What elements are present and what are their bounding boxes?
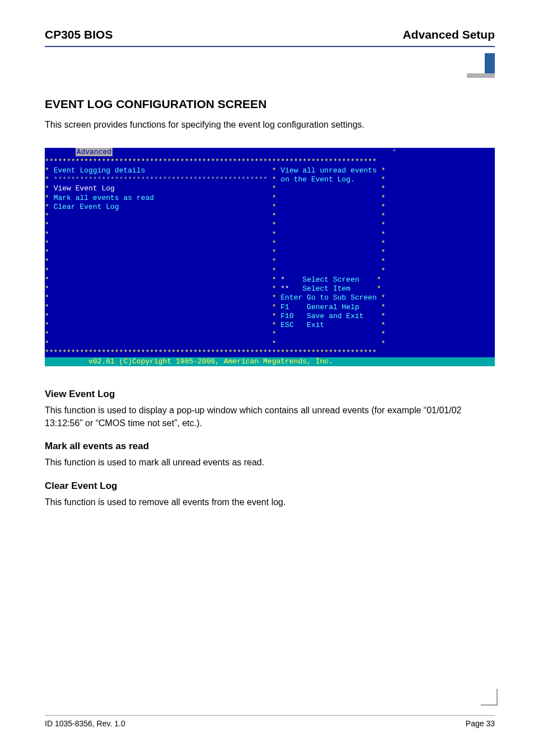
clear-event-log-body: This function is used to remove all even…	[45, 496, 495, 508]
header-right: Advanced Setup	[402, 28, 495, 41]
footer-left: ID 1035-8356, Rev. 1.0	[45, 719, 125, 728]
bios-nav-select-screen: Select Screen	[302, 276, 359, 284]
bios-nav-f10: F10 Save and Exit	[280, 312, 363, 320]
mark-events-body: This function is used to mark all unread…	[45, 456, 495, 469]
intro-paragraph: This screen provides functions for speci…	[45, 119, 495, 131]
section-title: EVENT LOG CONFIGURATION SCREEN	[45, 97, 495, 111]
mark-events-title: Mark all events as read	[45, 441, 495, 452]
footer-right: Page 33	[466, 719, 495, 728]
bios-screenshot: Advanced * *****************************…	[45, 148, 495, 366]
crop-mark-icon	[481, 689, 498, 706]
bios-help-line2: on the Event Log.	[280, 175, 355, 184]
clear-event-log-title: Clear Event Log	[45, 480, 495, 492]
bios-item-view: View Event Log	[54, 184, 115, 193]
bios-footer: v02.61 (C)Copyright 1985-2006, American …	[88, 357, 333, 366]
bios-section-header: Event Logging details	[54, 166, 146, 175]
bios-nav-f1: F1 General Help	[280, 303, 359, 311]
header-rule	[45, 46, 495, 47]
page-footer: ID 1035-8356, Rev. 1.0 Page 33	[45, 715, 495, 728]
page-header: CP305 BIOS Advanced Setup	[45, 28, 495, 46]
bios-tab-advanced: Advanced	[76, 148, 113, 156]
bios-help-line1: View all unread events	[280, 166, 377, 175]
bios-item-clear: Clear Event Log	[54, 203, 119, 211]
bios-nav-enter: Enter Go to Sub Screen	[280, 293, 377, 302]
view-event-log-title: View Event Log	[45, 389, 495, 400]
header-left: CP305 BIOS	[45, 28, 113, 41]
bios-item-mark: Mark all events as read	[54, 194, 154, 202]
brand-logo	[461, 53, 495, 81]
bios-nav-select-item: Select Item	[302, 284, 350, 293]
bios-nav-esc: ESC Exit	[280, 321, 324, 329]
view-event-log-body: This function is used to display a pop-u…	[45, 404, 495, 430]
